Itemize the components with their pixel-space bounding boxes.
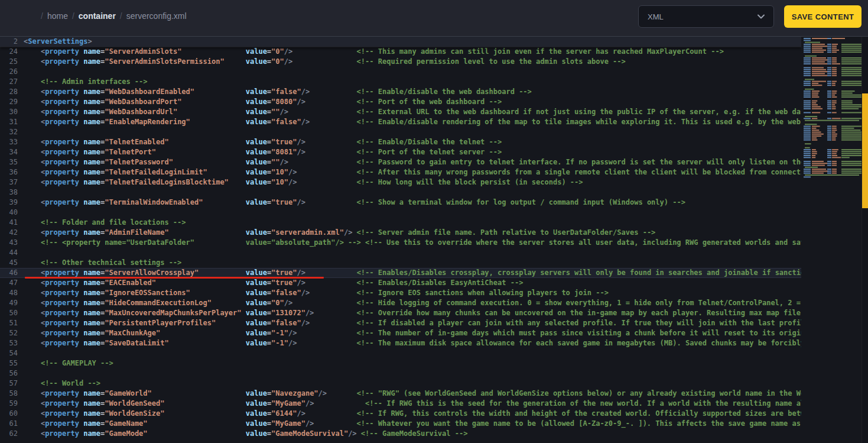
line-number: 61 — [0, 419, 18, 429]
line-number: 35 — [0, 157, 18, 167]
breadcrumb: /home/container/serverconfig.xml — [37, 11, 187, 21]
code-line-text — [18, 127, 801, 137]
line-number: 48 — [0, 288, 18, 298]
code-line-text: <property name="HideCommandExecutionLog"… — [18, 298, 801, 308]
line-number: 45 — [0, 258, 18, 268]
code-line[interactable]: 58 <property name="GameWorld" value="Nav… — [0, 389, 801, 399]
line-number: 36 — [0, 167, 18, 177]
code-line[interactable]: 39 <property name="TerminalWindowEnabled… — [0, 198, 801, 208]
code-line[interactable]: 37 <property name="TelnetFailedLoginsBlo… — [0, 177, 801, 187]
line-number: 28 — [0, 87, 18, 97]
red-annotation-underline — [25, 277, 324, 279]
code-line[interactable]: 32 — [0, 127, 801, 137]
line-number: 56 — [0, 368, 18, 379]
code-line[interactable]: 27 <!-- Admin interfaces --> — [0, 77, 801, 87]
topbar: /home/container/serverconfig.xml XML SAV… — [0, 0, 868, 37]
code-line-text — [18, 368, 801, 379]
code-line[interactable]: 36 <property name="TelnetFailedLoginLimi… — [0, 167, 801, 177]
code-line-text: <property name="ServerAdminSlotsPermissi… — [18, 57, 801, 67]
code-line-text — [18, 208, 801, 218]
code-line[interactable]: 55 <!-- GAMEPLAY --> — [0, 358, 801, 368]
code-line[interactable]: 33 <property name="TelnetEnabled" value=… — [0, 137, 801, 147]
line-number: 29 — [0, 97, 18, 107]
code-line-text — [18, 248, 801, 258]
code-line[interactable]: 29 <property name="WebDashboardPort" val… — [0, 97, 801, 107]
code-line-text: <property name="TelnetFailedLoginLimit" … — [18, 167, 801, 177]
code-line-text: <property name="GameMode" value="GameMod… — [18, 429, 801, 439]
sticky-code-line[interactable]: 2<ServerSettings> — [0, 37, 801, 47]
line-number: 34 — [0, 147, 18, 157]
line-number: 32 — [0, 127, 18, 137]
code-line[interactable]: 38 — [0, 187, 801, 198]
code-line[interactable]: 45 <!-- Other technical settings --> — [0, 258, 801, 268]
line-number: 27 — [0, 77, 18, 87]
code-line-text: <property name="TerminalWindowEnabled" v… — [18, 198, 801, 208]
code-line[interactable]: 40 — [0, 208, 801, 218]
breadcrumb-item-container[interactable]: container — [79, 11, 116, 21]
code-line-text: <property name="WebDashboardUrl" value="… — [18, 107, 801, 117]
code-line-text: <property name="WorldGenSeed" value="MyG… — [18, 399, 801, 409]
code-line[interactable]: 47 <property name="EACEnabled" value="tr… — [0, 278, 801, 288]
code-line[interactable]: 28 <property name="WebDashboardEnabled" … — [0, 87, 801, 97]
code-editor[interactable]: 2<ServerSettings>24 <property name="Serv… — [0, 37, 801, 443]
line-number: 54 — [0, 348, 18, 358]
code-line-text: <!-- <property name="UserDataFolder" val… — [18, 238, 801, 248]
code-line[interactable]: 48 <property name="IgnoreEOSSanctions" v… — [0, 288, 801, 298]
code-line[interactable]: 31 <property name="EnableMapRendering" v… — [0, 117, 801, 127]
line-number: 2 — [0, 37, 18, 47]
code-line-text: <!-- Admin interfaces --> — [18, 77, 801, 87]
code-line[interactable]: 54 — [0, 348, 801, 358]
scrollbar-track[interactable] — [862, 37, 868, 443]
code-line[interactable]: 53 <property name="SaveDataLimit" value=… — [0, 338, 801, 348]
code-line[interactable]: 30 <property name="WebDashboardUrl" valu… — [0, 107, 801, 117]
save-content-button[interactable]: SAVE CONTENT — [784, 5, 862, 28]
code-line-text: <!-- GAMEPLAY --> — [18, 358, 801, 368]
line-number: 58 — [0, 389, 18, 399]
code-line[interactable]: 26 — [0, 67, 801, 77]
code-line[interactable]: 59 <property name="WorldGenSeed" value="… — [0, 399, 801, 409]
code-line-text — [18, 187, 801, 198]
code-line[interactable]: 62 <property name="GameMode" value="Game… — [0, 429, 801, 439]
code-line[interactable]: 34 <property name="TelnetPort" value="80… — [0, 147, 801, 157]
line-number: 52 — [0, 328, 18, 338]
language-select-value: XML — [648, 12, 664, 21]
scrollbar-thumb[interactable] — [862, 93, 868, 208]
line-number: 62 — [0, 429, 18, 439]
code-line[interactable]: 46 <property name="ServerAllowCrossplay"… — [0, 268, 801, 278]
language-select[interactable]: XML — [638, 5, 774, 28]
code-line[interactable]: 57 <!-- World --> — [0, 379, 801, 389]
code-line-text — [18, 348, 801, 358]
code-line[interactable]: 35 <property name="TelnetPassword" value… — [0, 157, 801, 167]
code-line[interactable]: 51 <property name="PersistentPlayerProfi… — [0, 318, 801, 328]
code-line[interactable]: 56 — [0, 368, 801, 379]
line-number: 53 — [0, 338, 18, 348]
code-line-text: <property name="GameWorld" value="Navezg… — [18, 389, 801, 399]
code-line[interactable]: 25 <property name="ServerAdminSlotsPermi… — [0, 57, 801, 67]
code-line-text: <property name="ServerAdminSlots" value=… — [18, 47, 801, 57]
line-number: 42 — [0, 228, 18, 238]
minimap[interactable] — [801, 37, 862, 443]
code-line[interactable]: 24 <property name="ServerAdminSlots" val… — [0, 47, 801, 57]
code-line[interactable]: 52 <property name="MaxChunkAge" value="-… — [0, 328, 801, 338]
breadcrumb-item-home[interactable]: home — [47, 11, 68, 21]
code-line[interactable]: 50 <property name="MaxUncoveredMapChunks… — [0, 308, 801, 318]
line-number: 41 — [0, 218, 18, 228]
breadcrumb-separator: / — [41, 11, 43, 21]
code-line-text: <property name="WebDashboardEnabled" val… — [18, 87, 801, 97]
line-number: 46 — [0, 268, 18, 278]
code-line[interactable]: 42 <property name="AdminFileName" value=… — [0, 228, 801, 238]
line-number: 40 — [0, 208, 18, 218]
code-line-text: <property name="TelnetPassword" value=""… — [18, 157, 801, 167]
code-line[interactable]: 49 <property name="HideCommandExecutionL… — [0, 298, 801, 308]
line-number: 43 — [0, 238, 18, 248]
code-line[interactable]: 44 — [0, 248, 801, 258]
line-number: 49 — [0, 298, 18, 308]
code-line-text: <property name="WebDashboardPort" value=… — [18, 97, 801, 107]
code-line[interactable]: 41 <!-- Folder and file locations --> — [0, 218, 801, 228]
breadcrumb-item-file[interactable]: serverconfig.xml — [126, 11, 187, 21]
line-number: 55 — [0, 358, 18, 368]
code-line[interactable]: 61 <property name="GameName" value="MyGa… — [0, 419, 801, 429]
code-line-text: <property name="SaveDataLimit" value="-1… — [18, 338, 801, 348]
code-line[interactable]: 43 <!-- <property name="UserDataFolder" … — [0, 238, 801, 248]
code-line[interactable]: 60 <property name="WorldGenSize" value="… — [0, 409, 801, 419]
